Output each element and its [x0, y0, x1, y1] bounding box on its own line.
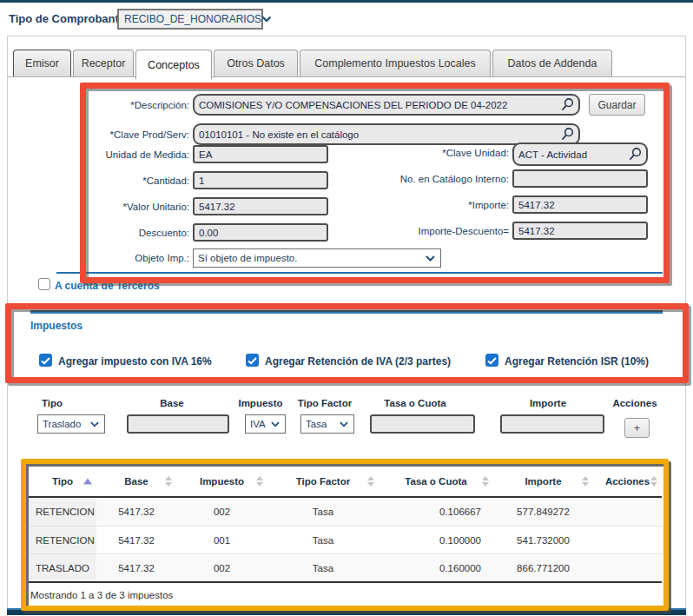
tab-otros-datos[interactable]: Otros Datos: [214, 50, 298, 76]
valor-unitario-input[interactable]: [193, 197, 328, 215]
header-importe[interactable]: Importe: [493, 467, 593, 496]
descripcion-label: *Descripción:: [59, 100, 189, 110]
add-impuesto-label: Impuesto: [234, 398, 287, 408]
table-status-text: Mostrando 1 a 3 de 3 impuestos: [29, 583, 662, 606]
tab-datos-addenda[interactable]: Datos de Addenda: [492, 50, 612, 76]
objeto-imp-select[interactable]: Sí objeto de impuesto.: [193, 248, 441, 268]
tipo-select[interactable]: Traslado: [37, 414, 105, 434]
base-input[interactable]: [127, 414, 229, 434]
retencion-isr-checkbox[interactable]: [485, 354, 498, 367]
impuestos-title: Impuestos: [30, 320, 82, 332]
table-row[interactable]: TRASLADO 5417.32 002 Tasa 0.160000 866.7…: [29, 553, 662, 581]
comprobante-label: Tipo de Comprobante:: [9, 12, 129, 25]
chevron-down-icon: [271, 419, 280, 429]
chevron-down-icon: [90, 419, 99, 429]
search-icon[interactable]: [628, 147, 643, 165]
importe-descuento-input[interactable]: [512, 222, 648, 240]
header-acciones[interactable]: Acciones: [593, 467, 662, 496]
check-icon: [487, 353, 497, 368]
chevron-down-icon: [426, 253, 435, 263]
sort-icon: [165, 476, 172, 487]
unidad-medida-label: Unidad de Medida:: [59, 149, 189, 160]
header-base[interactable]: Base: [96, 467, 176, 496]
tab-receptor[interactable]: Receptor: [73, 50, 134, 76]
importe-input[interactable]: [512, 195, 648, 214]
check-icon: [248, 353, 257, 368]
header-tipo[interactable]: Tipo: [29, 467, 96, 496]
terceros-label: A cuenta de Terceros: [55, 280, 160, 292]
clave-unidad-label: *Clave Unidad:: [379, 148, 509, 158]
add-tasa-cuota-label: Tasa o Cuota: [373, 398, 457, 408]
add-importe-label: Importe: [508, 398, 588, 408]
top-border-bar: [0, 0, 693, 3]
tab-complemento-impuestos[interactable]: Complemento Impuestos Locales: [300, 50, 491, 76]
sort-icon: [582, 476, 589, 487]
iva16-label: Agregar impuesto con IVA 16%: [58, 355, 212, 368]
acciones-cell: [593, 527, 662, 553]
cantidad-label: *Cantidad:: [59, 176, 189, 186]
taxes-table-body: RETENCION 5417.32 002 Tasa 0.106667 577.…: [29, 498, 662, 583]
sort-icon: [256, 476, 263, 487]
guardar-button[interactable]: Guardar: [589, 94, 645, 116]
retencion-iva-checkbox[interactable]: [246, 354, 259, 367]
chevron-down-icon: [340, 419, 348, 429]
tab-conceptos[interactable]: Conceptos: [135, 50, 212, 79]
importe-add-input[interactable]: [500, 414, 604, 434]
sort-icon: [482, 476, 489, 487]
header-tipo-factor[interactable]: Tipo Factor: [267, 467, 379, 496]
unidad-medida-input[interactable]: [193, 145, 328, 163]
sort-icon: [367, 476, 374, 487]
acciones-cell: [593, 554, 662, 581]
valor-unitario-label: *Valor Unitario:: [59, 202, 189, 212]
retencion-isr-label: Agregar Retención ISR (10%): [505, 355, 649, 368]
add-tipo-factor-label: Tipo Factor: [295, 398, 354, 408]
invoice-form-page: Tipo de Comprobante: RECIBO_DE_HONORARIO…: [0, 0, 693, 616]
sort-icon: [650, 476, 657, 487]
catalogo-interno-label: No. en Catálogo Interno:: [379, 174, 509, 184]
descripcion-input[interactable]: [193, 94, 580, 116]
table-row[interactable]: RETENCION 5417.32 002 Tasa 0.106667 577.…: [29, 498, 662, 526]
header-impuesto[interactable]: Impuesto: [176, 467, 267, 496]
clave-prod-label: *Clave Prod/Serv:: [59, 129, 189, 140]
objeto-imp-label: Objeto Imp.:: [59, 253, 189, 263]
taxes-table: Tipo Base Impuesto Tipo Factor Tasa o Cu…: [29, 467, 662, 606]
add-tipo-label: Tipo: [17, 398, 87, 408]
importe-label: *Importe:: [379, 200, 509, 210]
impuesto-select[interactable]: IVA: [245, 414, 286, 434]
terceros-checkbox[interactable]: [38, 278, 50, 290]
comprobante-select[interactable]: RECIBO_DE_HONORARIOS: [117, 9, 263, 30]
acciones-cell: [593, 498, 662, 526]
tab-emisor[interactable]: Emisor: [13, 50, 71, 76]
retencion-iva-label: Agregar Retención de IVA (2/3 partes): [265, 355, 451, 368]
comprobante-select-value: RECIBO_DE_HONORARIOS: [124, 13, 261, 25]
objeto-imp-select-value: Sí objeto de impuesto.: [198, 253, 297, 263]
importe-descuento-label: Importe-Descuento=: [379, 226, 509, 236]
taxes-table-header: Tipo Base Impuesto Tipo Factor Tasa o Cu…: [29, 467, 662, 498]
tasa-cuota-input[interactable]: [370, 414, 475, 434]
sort-asc-icon: [83, 479, 92, 485]
search-icon[interactable]: [560, 127, 575, 145]
header-tasa-cuota[interactable]: Tasa o Cuota: [379, 467, 493, 496]
check-icon: [41, 353, 50, 368]
tab-divider: [7, 76, 686, 77]
descuento-label: Descuento:: [59, 228, 189, 238]
table-row[interactable]: RETENCION 5417.32 001 Tasa 0.100000 541.…: [29, 526, 662, 553]
catalogo-interno-input[interactable]: [512, 169, 648, 188]
search-icon[interactable]: [560, 97, 575, 116]
bottom-border-bar: [7, 608, 686, 615]
add-acciones-label: Acciones: [608, 398, 662, 408]
descuento-input[interactable]: [193, 223, 328, 242]
section-divider: [56, 272, 663, 274]
impuestos-divider: [30, 310, 663, 314]
add-base-label: Base: [130, 398, 214, 408]
cantidad-input[interactable]: [193, 171, 328, 189]
tipo-factor-select[interactable]: Tasa: [300, 414, 354, 434]
iva16-checkbox[interactable]: [39, 354, 52, 367]
add-tax-button[interactable]: +: [624, 418, 650, 438]
chevron-down-icon: [261, 13, 272, 25]
